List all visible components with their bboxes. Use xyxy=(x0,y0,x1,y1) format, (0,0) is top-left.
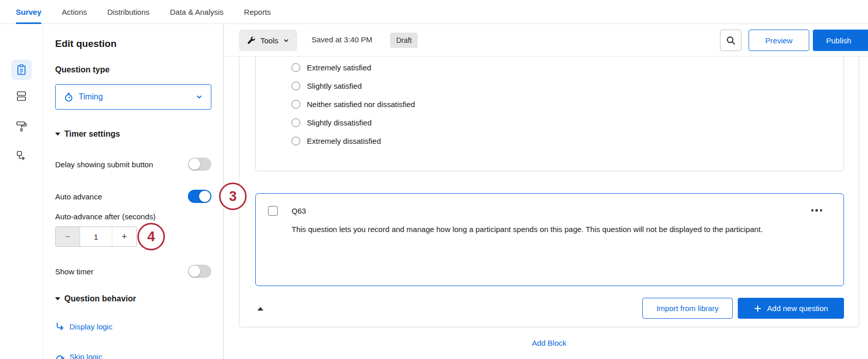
question-behavior-header[interactable]: Question behavior xyxy=(55,294,136,303)
tab-reports-label: Reports xyxy=(244,8,271,16)
import-label: Import from library xyxy=(657,304,719,313)
blocks-button[interactable] xyxy=(11,86,32,106)
auto-advance-row: Auto advance xyxy=(55,190,211,203)
stopwatch-icon xyxy=(64,92,74,102)
chevron-down-icon xyxy=(196,93,203,100)
display-logic-link[interactable]: Display logic xyxy=(55,322,112,331)
publish-button[interactable]: Publish xyxy=(813,30,868,51)
edit-question-panel: Edit question Question type Timing Timer… xyxy=(43,24,224,359)
tab-distributions-label: Distributions xyxy=(107,8,150,16)
seconds-value: 1 xyxy=(80,227,112,246)
annotation-circle-3: 3 xyxy=(219,183,247,210)
delay-submit-toggle[interactable] xyxy=(188,158,211,171)
radio-option: Extremely satisfied xyxy=(292,62,415,73)
search-button[interactable] xyxy=(720,30,741,51)
question-checkbox[interactable] xyxy=(268,206,278,216)
tab-actions-label: Actions xyxy=(62,8,87,16)
tab-distributions[interactable]: Distributions xyxy=(107,0,150,24)
increment-button[interactable]: + xyxy=(112,227,136,246)
more-options-icon[interactable] xyxy=(811,209,823,212)
auto-advance-label: Auto advance xyxy=(55,192,102,201)
caret-down-icon xyxy=(55,133,60,136)
status-badge: Draft xyxy=(390,33,418,48)
radio-option: Slightly satisfied xyxy=(292,80,415,92)
show-timer-toggle[interactable] xyxy=(188,265,211,278)
radio-option-label[interactable]: Extremely satisfied xyxy=(307,63,371,72)
survey-flow-icon xyxy=(15,149,28,162)
question-type-label: Question type xyxy=(55,65,110,74)
search-icon xyxy=(726,36,736,45)
add-new-question-label: Add new question xyxy=(767,304,828,313)
radio-option-label[interactable]: Neither satisfied nor dissatisfied xyxy=(307,100,415,109)
wrench-icon xyxy=(247,36,256,45)
preview-label: Preview xyxy=(765,36,792,45)
toggle-knob xyxy=(199,191,210,202)
caret-down-icon xyxy=(55,297,60,300)
radio-option-label[interactable]: Slightly satisfied xyxy=(307,82,362,90)
radio-button-icon[interactable] xyxy=(292,118,300,127)
radio-option-label[interactable]: Slightly dissatisfied xyxy=(307,118,372,127)
skip-logic-icon xyxy=(55,352,64,359)
radio-option-list: Extremely satisfied Slightly satisfied N… xyxy=(292,62,415,147)
timer-settings-header[interactable]: Timer settings xyxy=(55,130,120,139)
radio-button-icon[interactable] xyxy=(292,82,300,90)
radio-option: Neither satisfied nor dissatisfied xyxy=(292,98,415,110)
tab-reports[interactable]: Reports xyxy=(244,0,271,24)
delay-submit-row: Delay showing submit button xyxy=(55,158,211,171)
plus-icon xyxy=(754,304,762,313)
toggle-knob xyxy=(189,159,200,170)
question-type-select[interactable]: Timing xyxy=(55,84,211,110)
question-description: This question lets you record and manage… xyxy=(292,224,802,235)
add-new-question-button[interactable]: Add new question xyxy=(738,298,844,319)
question-block: Extremely satisfied Slightly satisfied N… xyxy=(239,57,859,327)
canvas-toolbar: Tools Saved at 3:40 PM Draft Preview Pub… xyxy=(224,24,868,57)
delay-submit-label: Delay showing submit button xyxy=(55,160,153,169)
question-behavior-title: Question behavior xyxy=(64,294,136,303)
auto-advance-toggle[interactable] xyxy=(188,190,211,203)
toggle-knob xyxy=(189,266,200,277)
radio-option: Slightly dissatisfied xyxy=(292,117,415,129)
tab-survey-label: Survey xyxy=(16,8,41,16)
add-block-link[interactable]: Add Block xyxy=(239,339,859,347)
tab-actions[interactable]: Actions xyxy=(62,0,87,24)
skip-logic-label: Skip logic xyxy=(69,352,102,359)
blocks-icon xyxy=(15,90,28,102)
radio-button-icon[interactable] xyxy=(292,100,300,109)
auto-advance-after-label: Auto-advance after (seconds) xyxy=(55,212,156,221)
publish-label: Publish xyxy=(826,36,851,45)
left-icon-rail xyxy=(0,24,43,359)
auto-advance-seconds-stepper: − 1 + xyxy=(55,226,137,247)
survey-canvas: Tools Saved at 3:40 PM Draft Preview Pub… xyxy=(224,24,868,359)
timing-question-card[interactable]: Q63 This question lets you record and ma… xyxy=(255,193,844,286)
decrement-button[interactable]: − xyxy=(56,227,80,246)
saved-status-text: Saved at 3:40 PM xyxy=(311,35,372,44)
radio-option: Extremely dissatisfied xyxy=(292,135,415,147)
radio-button-icon[interactable] xyxy=(292,63,300,72)
panel-title: Edit question xyxy=(55,38,116,49)
tab-data-analysis-label: Data & Analysis xyxy=(170,8,224,16)
tools-button[interactable]: Tools xyxy=(239,30,297,51)
display-logic-label: Display logic xyxy=(69,322,112,331)
clipboard-icon xyxy=(15,64,28,76)
show-timer-row: Show timer xyxy=(55,265,211,278)
survey-flow-button[interactable] xyxy=(11,145,32,166)
radio-option-label[interactable]: Extremely dissatisfied xyxy=(307,137,381,145)
question-id: Q63 xyxy=(292,207,306,215)
chevron-down-icon xyxy=(283,37,290,44)
tab-data-analysis[interactable]: Data & Analysis xyxy=(170,0,224,24)
tab-survey[interactable]: Survey xyxy=(16,0,41,24)
show-timer-label: Show timer xyxy=(55,267,93,276)
annotation-circle-4: 4 xyxy=(137,223,165,250)
skip-logic-link[interactable]: Skip logic xyxy=(55,352,102,359)
tools-label: Tools xyxy=(260,36,278,45)
radio-button-icon[interactable] xyxy=(292,137,300,145)
import-from-library-button[interactable]: Import from library xyxy=(642,298,733,319)
display-logic-icon xyxy=(55,322,64,331)
survey-builder-button[interactable] xyxy=(11,60,32,80)
collapse-block-icon[interactable] xyxy=(257,307,263,311)
question-type-value: Timing xyxy=(79,92,190,101)
top-navigation: Survey Actions Distributions Data & Anal… xyxy=(0,0,868,24)
preview-button[interactable]: Preview xyxy=(749,30,809,51)
look-and-feel-button[interactable] xyxy=(11,116,32,136)
timer-settings-title: Timer settings xyxy=(64,130,120,139)
